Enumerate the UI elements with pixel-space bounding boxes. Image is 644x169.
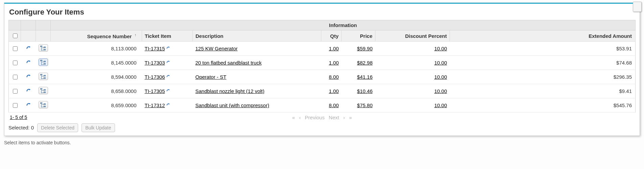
- header-blank-action2: [21, 30, 36, 42]
- cell-price[interactable]: $59.90: [357, 46, 373, 51]
- row-checkbox[interactable]: [13, 46, 18, 51]
- row-action-icon[interactable]: [25, 102, 31, 108]
- pager-previous[interactable]: Previous: [305, 115, 324, 120]
- cell-discount[interactable]: 10.00: [434, 46, 447, 51]
- header-blank-expand2: [36, 30, 51, 42]
- cell-extended: $9.41: [450, 84, 636, 98]
- cell-sequence: 8,145.0000: [51, 56, 142, 70]
- delete-selected-button[interactable]: Delete Selected: [37, 123, 78, 132]
- pager-first-icon[interactable]: «: [292, 115, 295, 120]
- header-blank-check: [9, 20, 21, 30]
- cell-price[interactable]: $82.98: [357, 60, 373, 66]
- hint-text: Select items to activate buttons.: [4, 140, 640, 145]
- cell-description[interactable]: Sandblast unit (with compressor): [196, 102, 269, 108]
- configure-items-panel: Configure Your Items Information Seque: [4, 3, 640, 136]
- cell-discount[interactable]: 10.00: [434, 60, 447, 66]
- ticket-goto-icon[interactable]: [166, 102, 170, 107]
- cell-qty[interactable]: 8.00: [329, 74, 339, 80]
- row-checkbox[interactable]: [13, 61, 18, 65]
- header-sequence-label: Sequence Number: [87, 33, 132, 39]
- row-expand-icon[interactable]: [39, 44, 48, 52]
- header-sequence[interactable]: Sequence Number ↑: [51, 30, 142, 42]
- bulk-update-button[interactable]: Bulk Update: [82, 123, 115, 132]
- cell-price[interactable]: $10.46: [357, 88, 373, 94]
- cell-qty[interactable]: 1.00: [329, 46, 339, 51]
- ticket-link[interactable]: TI-17315: [145, 46, 165, 51]
- cell-qty[interactable]: 8.00: [329, 102, 339, 108]
- header-qty[interactable]: Qty: [321, 30, 342, 42]
- row-expand-icon[interactable]: [39, 101, 48, 108]
- cell-description[interactable]: 20 ton flatbed sandblast truck: [196, 60, 262, 66]
- cell-extended: $296.35: [450, 70, 636, 84]
- cell-discount[interactable]: 10.00: [434, 102, 447, 108]
- pager-next[interactable]: Next: [329, 115, 339, 120]
- row-action-icon[interactable]: [25, 73, 31, 79]
- row-action-icon[interactable]: [25, 88, 31, 94]
- header-blank-action: [21, 20, 36, 30]
- selected-label: Selected:: [8, 125, 30, 130]
- selected-count: 0: [31, 125, 34, 130]
- header-description[interactable]: Description: [193, 30, 321, 42]
- ticket-goto-icon[interactable]: [166, 74, 170, 79]
- pager-controls: « ‹ Previous Next › »: [291, 115, 353, 120]
- cell-extended: $53.91: [450, 42, 636, 56]
- cell-description[interactable]: Sandblast nozzle light (12 volt): [196, 88, 264, 94]
- row-expand-icon[interactable]: [39, 87, 48, 94]
- header-discount[interactable]: Discount Percent: [375, 30, 450, 42]
- ticket-link[interactable]: TI-17306: [145, 74, 165, 80]
- sort-asc-icon: ↑: [135, 33, 137, 37]
- cell-qty[interactable]: 1.00: [329, 60, 339, 66]
- table-row: 8,145.0000TI-1730320 ton flatbed sandbla…: [9, 56, 636, 70]
- items-table: Information Sequence Number ↑ Ticket Ite…: [8, 20, 636, 113]
- row-action-icon[interactable]: [25, 59, 31, 65]
- header-select-all[interactable]: [9, 30, 21, 42]
- ticket-goto-icon[interactable]: [166, 60, 170, 65]
- pager-prev-icon[interactable]: ‹: [299, 115, 301, 120]
- group-header-information: Information: [51, 20, 636, 30]
- table-row: 8,594.0000TI-17306Operator - ST8.00$41.1…: [9, 70, 636, 84]
- table-row: 8,113.0000TI-17315125 KW Generator1.00$5…: [9, 42, 636, 56]
- pager-last-icon[interactable]: »: [349, 115, 352, 120]
- ticket-goto-icon[interactable]: [166, 88, 170, 93]
- cell-sequence: 8,594.0000: [51, 70, 142, 84]
- selection-toolbar: Selected: 0 Delete Selected Bulk Update: [8, 121, 636, 132]
- pager-next-icon[interactable]: ›: [343, 115, 345, 120]
- table-row: 8,658.0000TI-17305Sandblast nozzle light…: [9, 84, 636, 98]
- cell-price[interactable]: $41.16: [357, 74, 373, 80]
- cell-qty[interactable]: 1.00: [329, 88, 339, 94]
- cell-sequence: 8,658.0000: [51, 84, 142, 98]
- ticket-link[interactable]: TI-17305: [145, 88, 165, 94]
- ticket-link[interactable]: TI-17312: [145, 102, 165, 108]
- ticket-goto-icon[interactable]: [166, 46, 170, 50]
- row-expand-icon[interactable]: [39, 58, 48, 66]
- header-extended[interactable]: Extended Amount: [450, 30, 636, 42]
- corner-tab[interactable]: [633, 2, 642, 12]
- pager-row: 1- 5 of 5 « ‹ Previous Next › »: [8, 113, 636, 121]
- header-blank-expand: [36, 20, 51, 30]
- cell-extended: $545.76: [450, 98, 636, 113]
- cell-extended: $74.68: [450, 56, 636, 70]
- ticket-link[interactable]: TI-17303: [145, 60, 165, 66]
- row-checkbox[interactable]: [13, 103, 18, 108]
- cell-discount[interactable]: 10.00: [434, 88, 447, 94]
- select-all-checkbox[interactable]: [13, 33, 18, 38]
- cell-description[interactable]: Operator - ST: [196, 74, 227, 80]
- cell-sequence: 8,659.0000: [51, 98, 142, 113]
- row-checkbox[interactable]: [13, 89, 18, 94]
- row-checkbox[interactable]: [13, 75, 18, 79]
- row-action-icon[interactable]: [25, 45, 31, 51]
- row-expand-icon[interactable]: [39, 73, 48, 80]
- pager-range: 1- 5 of 5: [10, 115, 27, 120]
- header-ticket[interactable]: Ticket Item: [142, 30, 193, 42]
- cell-description[interactable]: 125 KW Generator: [196, 46, 238, 51]
- table-row: 8,659.0000TI-17312Sandblast unit (with c…: [9, 98, 636, 113]
- cell-sequence: 8,113.0000: [51, 42, 142, 56]
- cell-discount[interactable]: 10.00: [434, 74, 447, 80]
- header-price[interactable]: Price: [342, 30, 375, 42]
- cell-price[interactable]: $75.80: [357, 102, 373, 108]
- page-title: Configure Your Items: [9, 8, 636, 17]
